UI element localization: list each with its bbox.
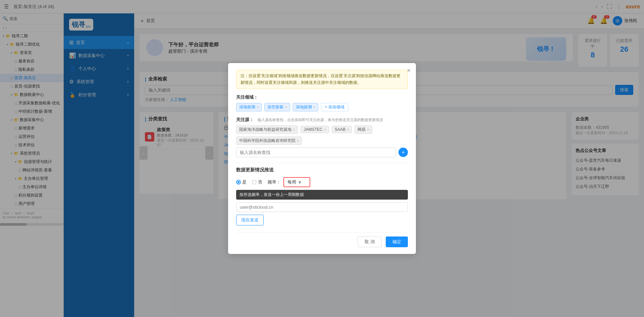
source-tag-1-close[interactable]: ×: [324, 127, 326, 131]
freq-label: 频率：: [268, 179, 281, 185]
email-row: [236, 202, 408, 212]
source-tag-3-label: 网易: [358, 127, 366, 133]
domain-tag-0-label: 深海探测: [239, 104, 255, 110]
modal-confirm-btn[interactable]: 确定: [386, 236, 408, 247]
follow-domain-section: 关注领域： 深海探测 × 深空探索 × 深地探测 × + 添加领域: [236, 94, 408, 111]
freq-select[interactable]: 每周 ∨: [283, 177, 310, 187]
follow-domain-label: 关注领域：: [236, 94, 408, 100]
freq-value: 每周: [287, 179, 296, 185]
source-tag-1[interactable]: JAMSTEC ×: [301, 126, 329, 133]
source-tag-4-close[interactable]: ×: [297, 139, 299, 143]
source-tags-row: 国家海洋战略与权益研究基地 × JAMSTEC × SAAB × 网易 ×: [236, 125, 408, 134]
source-tag-3[interactable]: 网易 ×: [355, 125, 372, 134]
domain-tag-1[interactable]: 深空探索 ×: [264, 103, 290, 111]
source-tag-2-close[interactable]: ×: [347, 127, 349, 131]
push-yes-label: 是: [242, 179, 247, 185]
source-tag-1-label: JAMSTEC: [304, 127, 322, 132]
source-tag-0-label: 国家海洋战略与权益研究基地: [239, 127, 291, 133]
source-hint: 输入源名称查找，点击添加即可关注此源，将为您推送关注源的数据更新情况: [258, 118, 383, 122]
add-domain-btn[interactable]: + 添加领域: [321, 103, 348, 111]
source-input-row: ＋: [236, 148, 408, 157]
email-input[interactable]: [236, 202, 408, 212]
push-tooltip: 按所选频率，发送一份上一周期数据: [236, 190, 408, 200]
modal-note: 注：仅设置'关注领域'则按领域推送数据更新情况，仅设置'关注源'则按信源网站推送…: [236, 70, 408, 89]
source-search-input[interactable]: [236, 148, 396, 157]
push-yes-radio[interactable]: 是: [236, 179, 247, 185]
push-section: 数据更新情况推送 是 否 频率： 每周 ∨ 按所选频: [236, 167, 408, 225]
domain-tag-0-close[interactable]: ×: [257, 105, 259, 109]
modal-divider: [236, 163, 408, 163]
domain-tag-2-label: 深地探测: [296, 104, 312, 110]
source-tags-row-2: 中国科学院科技战略咨询研究院 ×: [236, 137, 408, 145]
domain-tag-1-label: 深空探索: [267, 104, 283, 110]
source-add-btn[interactable]: ＋: [398, 148, 408, 157]
freq-arrow: ∨: [298, 179, 302, 184]
source-tag-3-close[interactable]: ×: [367, 127, 369, 131]
modal-cancel-btn[interactable]: 取 消: [358, 236, 382, 247]
push-no-label: 否: [258, 179, 262, 185]
freq-row: 频率： 每周 ∨: [268, 177, 310, 187]
modal-overlay[interactable]: × 注：仅设置'关注领域'则按领域推送数据更新情况，仅设置'关注源'则按信源网站…: [0, 0, 644, 317]
send-now-btn[interactable]: 现在发送: [236, 215, 264, 225]
push-no-dot: [252, 180, 257, 184]
follow-source-label-text: 关注源：: [236, 117, 254, 122]
push-section-title: 数据更新情况推送: [236, 167, 408, 173]
modal-follow: × 注：仅设置'关注领域'则按领域推送数据更新情况，仅设置'关注源'则按信源网站…: [228, 63, 416, 254]
domain-tag-0[interactable]: 深海探测 ×: [236, 103, 262, 111]
source-tag-0-close[interactable]: ×: [293, 127, 295, 131]
source-tag-2[interactable]: SAAB ×: [332, 126, 352, 133]
push-no-radio[interactable]: 否: [252, 179, 262, 185]
modal-close-btn[interactable]: ×: [407, 67, 411, 74]
modal-footer: 取 消 确定: [236, 232, 408, 247]
follow-source-section: 关注源： 输入源名称查找，点击添加即可关注此源，将为您推送关注源的数据更新情况 …: [236, 117, 408, 157]
source-tag-4-label: 中国科学院科技战略咨询研究院: [239, 138, 296, 144]
push-radio-row: 是 否 频率： 每周 ∨: [236, 177, 408, 187]
source-tag-0[interactable]: 国家海洋战略与权益研究基地 ×: [236, 125, 298, 134]
source-tag-4[interactable]: 中国科学院科技战略咨询研究院 ×: [236, 137, 302, 145]
follow-source-label: 关注源： 输入源名称查找，点击添加即可关注此源，将为您推送关注源的数据更新情况: [236, 117, 408, 123]
domain-tag-1-close[interactable]: ×: [285, 105, 287, 109]
source-tag-2-label: SAAB: [335, 127, 345, 132]
domain-tags-row: 深海探测 × 深空探索 × 深地探测 × + 添加领域: [236, 103, 408, 111]
domain-tag-2-close[interactable]: ×: [313, 105, 315, 109]
domain-tag-2[interactable]: 深地探测 ×: [293, 103, 318, 111]
push-yes-dot: [236, 180, 241, 184]
